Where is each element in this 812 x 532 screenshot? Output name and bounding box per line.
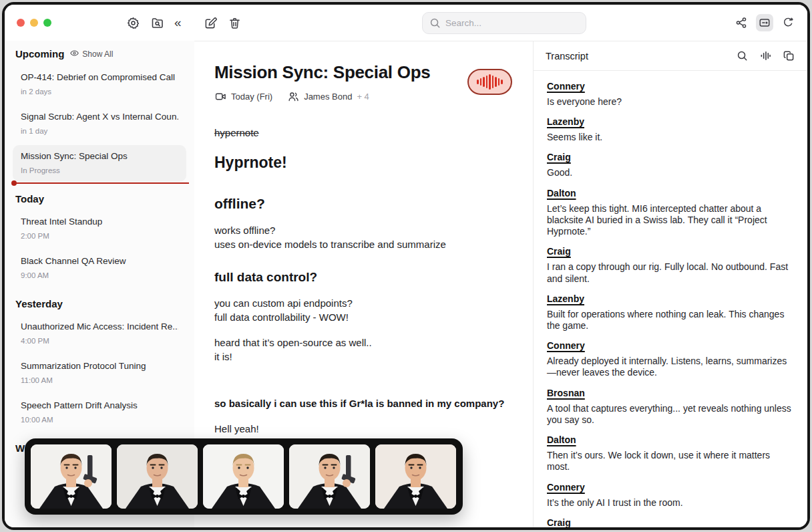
sidebar-item[interactable]: Summarization Protocol Tuning11:00 AM	[13, 355, 186, 392]
note-body-block[interactable]: Hyprnote!	[214, 154, 528, 172]
sidebar-item[interactable]: Speech Pattern Drift Analysis10:00 AM	[13, 394, 186, 431]
recording-progress-line	[13, 182, 189, 184]
sidebar-section-header: UpcomingShow All	[5, 43, 194, 65]
note-body-block[interactable]: works offline?uses on-device models to t…	[214, 223, 528, 252]
app-window: «	[2, 2, 810, 530]
transcript-panel: Transcript	[533, 41, 807, 530]
transcript-text: Let’s keep this tight. MI6 intercepted c…	[547, 203, 793, 238]
note-body-block[interactable]: so basically i can use this if Gr*la is …	[214, 396, 528, 410]
transcript-speaker[interactable]: Craig	[547, 152, 793, 162]
sidebar-item-title: Threat Intel Standup	[21, 217, 178, 227]
participant-photo-brosnan[interactable]	[289, 444, 370, 509]
transcript-speaker[interactable]: Brosnan	[547, 388, 793, 398]
sidebar-item[interactable]: Black Channel QA Review9:00 AM	[13, 250, 186, 287]
sidebar-item-title: Signal Scrub: Agent X vs Internal Coun..…	[21, 112, 178, 122]
transcript-speaker[interactable]: Lazenby	[547, 116, 793, 127]
sidebar-item[interactable]: Threat Intel Standup2:00 PM	[13, 211, 186, 247]
sync-icon[interactable]	[779, 14, 797, 31]
trash-icon[interactable]	[227, 15, 243, 31]
participant-photo-craig[interactable]	[203, 444, 284, 509]
sidebar-section-title: Upcoming	[15, 48, 64, 59]
collapse-sidebar-icon[interactable]: «	[174, 16, 182, 30]
transcript-speaker[interactable]: Connery	[547, 81, 793, 92]
transcript-speaker[interactable]: Dalton	[547, 434, 793, 445]
note-attendee-extra[interactable]: + 4	[357, 92, 369, 102]
participants-icon	[287, 90, 299, 102]
note-body-block[interactable]: full data control?	[214, 270, 528, 285]
sidebar-item[interactable]: OP-414: Debrief on Compromised Callin 2 …	[13, 66, 186, 103]
settings-gear-icon[interactable]	[125, 15, 141, 31]
recording-progress-dot	[11, 180, 17, 186]
toolbar-right-group	[733, 5, 797, 41]
sidebar-item-subtitle: 9:00 AM	[21, 271, 178, 279]
toolbar-note-group	[203, 15, 243, 31]
transcript-text: I ran a copy through our rig. Fully loca…	[547, 261, 793, 284]
note-body-block[interactable]: you can custom api endpoints?full data c…	[214, 296, 528, 325]
sidebar-item[interactable]: Unauthorized Mic Access: Incident Re...4…	[13, 315, 186, 352]
transcript-text: It’s the only AI I trust in the room.	[547, 497, 793, 509]
transcript-title: Transcript	[546, 51, 735, 61]
note-body-block[interactable]: offline?	[214, 196, 528, 212]
sidebar-item-title: Mission Sync: Special Ops	[21, 151, 178, 161]
sidebar-item-title: Unauthorized Mic Access: Incident Re...	[21, 321, 178, 331]
transcript-text: Already deployed it internally. Listens,…	[547, 356, 793, 378]
video-camera-icon	[214, 90, 226, 102]
transcript-speaker[interactable]: Craig	[547, 517, 793, 528]
widget-panel-icon[interactable]	[756, 14, 773, 31]
audio-levels-icon[interactable]	[759, 49, 772, 63]
sidebar-item-title: Black Channel QA Review	[21, 256, 178, 266]
sidebar-item[interactable]: Signal Scrub: Agent X vs Internal Coun..…	[13, 106, 186, 142]
transcript-text: Seems like it.	[547, 132, 793, 143]
waveform-icon	[477, 74, 503, 90]
transcript-body: ConneryIs everyone here?LazenbySeems lik…	[534, 71, 807, 528]
copy-icon[interactable]	[782, 49, 795, 63]
toolbar-left-group: «	[125, 15, 182, 31]
transcript-speaker[interactable]: Lazenby	[547, 293, 793, 304]
note-body-block[interactable]: Hell yeah!	[214, 422, 528, 436]
new-note-icon[interactable]	[203, 15, 219, 31]
participants-photo-strip	[25, 438, 463, 515]
transcript-speaker[interactable]: Dalton	[547, 188, 793, 198]
show-all-button[interactable]: Show All	[70, 49, 113, 59]
participant-photo-dalton[interactable]	[375, 444, 456, 509]
note-body-block[interactable]: heard that it’s open-source as well..it …	[214, 336, 528, 364]
note-attendee[interactable]: James Bond	[304, 92, 352, 102]
record-button[interactable]	[467, 69, 512, 95]
transcript-speaker[interactable]: Craig	[547, 246, 793, 257]
search-input[interactable]	[422, 12, 586, 34]
participant-photo-connery[interactable]	[31, 444, 112, 509]
transcript-speaker[interactable]: Connery	[547, 340, 793, 351]
note-date[interactable]: Today (Fri)	[231, 92, 272, 102]
traffic-lights	[17, 19, 51, 27]
share-icon[interactable]	[733, 14, 750, 31]
folder-search-icon[interactable]	[150, 15, 166, 31]
sidebar-section-title: Today	[5, 184, 194, 209]
search-icon	[429, 17, 441, 31]
transcript-search-icon[interactable]	[735, 49, 749, 63]
transcript-text: A tool that captures everything... yet r…	[547, 403, 793, 426]
participant-photo-lazenby[interactable]	[117, 444, 198, 509]
transcript-text: Good.	[547, 167, 793, 178]
sidebar-item-subtitle: In Progress	[21, 166, 178, 174]
sidebar-section-title: Yesterday	[5, 289, 194, 314]
sidebar-item-subtitle: in 2 days	[21, 88, 178, 96]
sidebar-item-title: Speech Pattern Drift Analysis	[21, 400, 178, 410]
sidebar-item-title: Summarization Protocol Tuning	[21, 361, 178, 371]
transcript-speaker[interactable]: Connery	[547, 482, 793, 493]
transcript-text: Is everyone here?	[547, 96, 793, 108]
sidebar-item-subtitle: 4:00 PM	[21, 337, 178, 345]
sidebar-item[interactable]: Mission Sync: Special OpsIn Progress	[13, 145, 186, 182]
sidebar-item-subtitle: 2:00 PM	[21, 232, 178, 240]
titlebar: «	[5, 5, 807, 41]
zoom-button[interactable]	[43, 19, 51, 27]
minimize-button[interactable]	[30, 19, 38, 27]
transcript-text: Built for operations where nothing can l…	[547, 309, 793, 331]
note-body-block[interactable]: hypernote	[214, 127, 528, 138]
global-search	[422, 12, 586, 34]
note-body[interactable]: hypernoteHyprnote!offline?works offline?…	[214, 127, 528, 436]
close-button[interactable]	[17, 19, 25, 27]
transcript-text: Then it’s ours. We lock it down, use it …	[547, 450, 793, 473]
show-all-label: Show All	[82, 49, 113, 59]
sidebar-item-subtitle: 11:00 AM	[21, 376, 178, 384]
sidebar-item-subtitle: 10:00 AM	[21, 416, 178, 424]
